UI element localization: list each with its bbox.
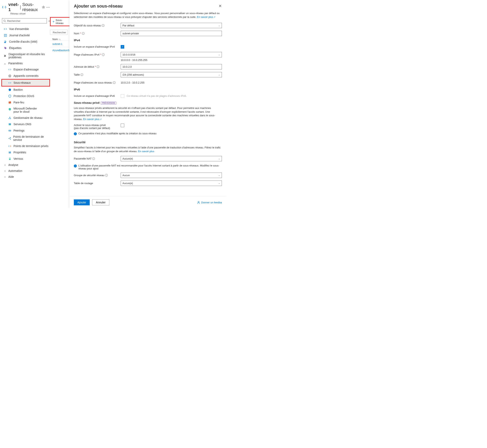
chevron-down-icon: ⌄ [218,53,220,56]
nav-overview[interactable]: Vue d'ensemble [2,26,50,32]
svg-point-31 [9,152,9,152]
nav-tags[interactable]: Étiquettes [2,45,50,51]
svg-point-3 [5,29,6,29]
info-icon[interactable]: i [113,81,115,84]
svg-point-32 [9,152,10,153]
start-address-input[interactable]: 10.0.2.0 [121,64,222,69]
nav-activity-log[interactable]: Journal d'activité [2,32,50,39]
panel-description: Sélectionnez un espace d'adressage et co… [74,11,222,19]
vnet-icon [2,5,6,9]
column-header-name[interactable]: Nom↑↓ [50,38,72,41]
nav-locks[interactable]: Verrous [2,156,50,162]
chevron-down-icon: ⌄ [218,24,220,27]
pin-icon[interactable]: ☆ [42,5,45,9]
nav-firewall[interactable]: Pare-feu [2,99,50,105]
chevron-right-icon: › [4,163,6,167]
page-title: vnet-1 | Sous-réseaux ☆ ⋯ [8,2,50,12]
panel-title: Ajouter un sous-réseau [74,4,123,9]
info-icon: i [74,164,77,168]
svg-point-10 [5,47,5,48]
info-icon: i [74,132,77,135]
nav-automation-group[interactable]: › Automation [2,168,50,174]
nav-subnets[interactable]: Sous-réseaux [2,80,49,86]
chevron-down-icon: ⌄ [218,73,220,76]
nav-settings-group[interactable]: ⌄ Paramètres [2,60,50,66]
nav-private-endpoints[interactable]: Points de terminaison privés [2,143,50,149]
nav-analyse-group[interactable]: › Analyse [2,162,50,168]
info-icon[interactable]: i [105,174,108,176]
chevron-down-icon: ⌄ [218,182,220,184]
search-icon [51,31,52,33]
preview-badge: PRÉVERSION [101,102,116,104]
svg-point-1 [4,20,5,21]
nat-info-msg: L'utilisation d'une passerelle NAT est r… [78,164,222,170]
search-icon [3,20,6,22]
add-subnet-button[interactable]: + Sous-réseau [51,18,71,26]
nav-defender[interactable]: Microsoft Defenderpour le cloud [2,105,50,115]
nav-network-manager[interactable]: Gestionnaire de réseau [2,115,50,121]
svg-point-9 [6,41,6,42]
nav-connected-devices[interactable]: Appareils connectés [2,73,50,79]
subnet-row-1[interactable]: subnet-1 [50,41,70,47]
nav-help-group[interactable]: › Aide [2,174,50,180]
feedback-link[interactable]: Donner un feedba [197,201,222,204]
enable-private-checkbox[interactable] [121,124,124,127]
learn-more-link[interactable]: En savoir plus↗ [197,16,215,18]
svg-rect-21 [8,123,11,124]
more-icon[interactable]: ⋯ [46,5,50,9]
svg-point-0 [4,7,5,8]
private-subnet-desc: Les sous-réseaux privés améliorent la sé… [74,106,222,121]
nav-properties[interactable]: Propriétés [2,149,50,156]
svg-point-13 [9,82,10,83]
info-icon[interactable]: i [82,32,85,35]
route-table-select[interactable]: Aucun(e)⌄ [121,181,222,186]
plus-icon: + [53,20,54,24]
nav-bastion[interactable]: Bastion [2,87,50,93]
add-button[interactable]: Ajouter [74,200,90,205]
nat-gateway-select[interactable]: Aucun(e)⌄ [121,156,222,161]
svg-point-12 [9,75,10,76]
nav-dns[interactable]: Serveurs DNS [2,121,50,127]
person-icon [197,201,200,204]
close-icon[interactable]: ✕ [219,4,222,8]
svg-rect-22 [8,124,11,125]
ipv4-heading: IPv4 [74,39,222,42]
nav-search-input[interactable]: Rechercher [2,18,47,24]
svg-rect-34 [9,159,10,160]
security-heading: Sécurité [74,140,222,144]
private-subnet-heading: Sous-réseau privéPRÉVERSION [74,101,222,104]
learn-more-link[interactable]: En savoir plus [138,150,154,153]
svg-point-37 [198,201,199,202]
cancel-button[interactable]: Annuler [92,200,109,205]
subnet-purpose-select[interactable]: Par défaut⌄ [121,23,222,28]
subnet-row-2[interactable]: AzureBastionS [50,47,70,53]
subnet-name-input[interactable]: subnet-private [121,31,222,36]
nav-iam[interactable]: Contrôle d'accès (IAM) [2,39,50,45]
nav-service-endpoints[interactable]: Points de terminaison de service [2,134,50,143]
nav-ddos[interactable]: Protection DDoS [2,93,50,99]
ipv6-heading: IPv6 [74,88,222,91]
locked-message: Ce paramètre n'est plus modifiable après… [78,132,156,135]
nav-address-space[interactable]: Espace d'adressage [2,66,50,73]
svg-point-8 [5,41,6,42]
svg-point-23 [8,130,10,131]
ipv4-range-select[interactable]: 10.0.0.0/16⌄ [121,52,222,57]
info-icon[interactable]: i [102,53,105,56]
info-icon[interactable]: i [81,73,83,76]
svg-line-2 [5,21,6,22]
info-icon[interactable]: i [102,24,104,27]
learn-more-link[interactable]: En savoir plus↗ [83,118,102,121]
chevron-right-icon: › [4,175,6,178]
include-ipv4-checkbox[interactable]: ✓ [121,45,124,49]
include-ipv6-checkbox [121,94,124,98]
info-icon[interactable]: i [92,157,95,160]
subnet-search-input[interactable]: Rechercher [50,30,67,35]
nav-peerings[interactable]: Peerings [2,127,50,134]
chevron-down-icon: ⌄ [218,174,220,176]
ipv4-range-hint: 10.0.0.0 - 10.0.255.255 [121,58,222,62]
nav-diagnose[interactable]: Diagnostiquer et résoudre les problèmes [2,51,50,60]
size-select[interactable]: /24 (256 adresses)⌄ [121,72,222,77]
collapse-icon[interactable]: « [49,19,50,22]
info-icon[interactable]: i [97,65,99,68]
nsg-select[interactable]: Aucun⌄ [121,173,222,178]
